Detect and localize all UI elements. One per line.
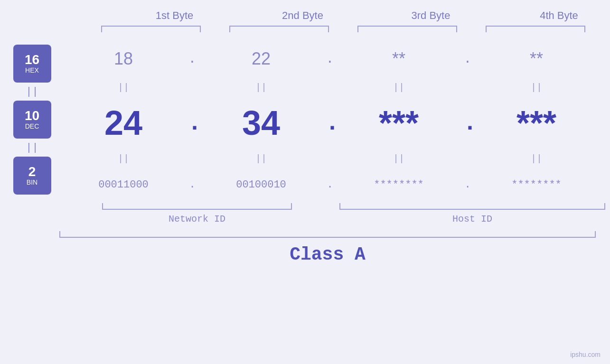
dec-byte3-value: *** (335, 103, 463, 142)
hex-row: 18 . 22 . ** . ** (59, 40, 610, 78)
hex-byte2-cell: 22 (197, 49, 325, 69)
host-bracket: Host ID (335, 203, 610, 224)
footer-text: ipshu.com (570, 351, 601, 358)
byte3-header: 3rd Byte (367, 9, 495, 22)
class-label-row: Class A (59, 244, 596, 265)
eq1-b4: || (472, 82, 601, 93)
hex-dot2: . (325, 52, 335, 66)
eq2-label: || (26, 139, 38, 157)
dec-row: 24 . 34 . *** . *** (59, 97, 610, 149)
dec-base: DEC (25, 122, 39, 130)
outer-bracket-container (59, 231, 596, 238)
bin-byte1-cell: 00011000 (59, 179, 188, 191)
bottom-brackets: Network ID Host ID (59, 203, 610, 224)
eq1-b3: || (335, 82, 463, 93)
hex-num: 16 (25, 53, 39, 66)
hex-byte3-cell: ** (335, 49, 463, 69)
dec-dot3: . (463, 110, 472, 137)
bin-byte4-cell: ******** (472, 179, 601, 191)
content-area: 16 HEX || 10 DEC || 2 BIN 18 . (0, 40, 610, 265)
bracket-top-2 (229, 26, 329, 32)
equals-row1: || || || || (59, 78, 610, 97)
host-bracket-line (339, 203, 605, 210)
footer: ipshu.com (570, 351, 601, 358)
bin-badge: 2 BIN (13, 157, 51, 195)
eq1-label: || (26, 83, 38, 101)
dec-byte4-value: *** (472, 103, 601, 142)
eq2-b2: || (197, 153, 325, 164)
bin-dot3: . (463, 179, 472, 191)
host-id-label: Host ID (452, 214, 492, 224)
main-container: 1st Byte 2nd Byte 3rd Byte 4th Byte 16 H… (0, 0, 610, 364)
bin-byte4-value: ******** (472, 179, 601, 191)
dec-byte4-cell: *** (472, 103, 601, 142)
dec-byte1-cell: 24 (59, 103, 188, 142)
bin-byte2-value: 00100010 (197, 179, 325, 191)
byte2-header: 2nd Byte (239, 9, 367, 22)
bracket-top-3 (357, 26, 457, 32)
class-label: Class A (290, 244, 366, 265)
hex-dot1: . (188, 52, 197, 66)
eq2-b1: || (59, 153, 188, 164)
dec-dot2: . (325, 110, 335, 137)
hex-byte1-cell: 18 (59, 49, 188, 69)
bin-base: BIN (27, 178, 38, 186)
bin-row: 00011000 . 00100010 . ******** . *******… (59, 168, 610, 201)
bracket-top-1 (101, 26, 201, 32)
eq2-b3: || (335, 153, 463, 164)
network-id-label: Network ID (169, 214, 225, 224)
byte-headers: 1st Byte 2nd Byte 3rd Byte 4th Byte (31, 9, 610, 22)
dec-byte2-value: 34 (197, 103, 325, 142)
byte4-header: 4th Byte (495, 9, 610, 22)
top-brackets (87, 26, 585, 32)
network-bracket-line (102, 203, 292, 210)
hex-byte3-value: ** (335, 49, 463, 69)
bin-byte3-cell: ******** (335, 179, 463, 191)
bracket-top-4 (486, 26, 585, 32)
outer-bracket-line (59, 231, 596, 238)
hex-badge: 16 HEX (13, 45, 51, 83)
dec-dot1: . (188, 110, 197, 137)
bin-dot1: . (188, 179, 197, 191)
equals-row2: || || || || (59, 149, 610, 168)
bin-byte3-value: ******** (335, 179, 463, 191)
bin-byte2-cell: 00100010 (197, 179, 325, 191)
hex-byte1-value: 18 (59, 49, 188, 69)
dec-badge: 10 DEC (13, 101, 51, 139)
bin-num: 2 (28, 165, 36, 178)
network-bracket: Network ID (59, 203, 335, 224)
labels-column: 16 HEX || 10 DEC || 2 BIN (0, 40, 59, 195)
bin-dot2: . (325, 179, 335, 191)
hex-base: HEX (25, 66, 39, 74)
eq1-b2: || (197, 82, 325, 93)
dec-byte2-cell: 34 (197, 103, 325, 142)
dec-num: 10 (25, 109, 39, 122)
hex-byte4-cell: ** (472, 49, 601, 69)
hex-byte2-value: 22 (197, 49, 325, 69)
values-area: 18 . 22 . ** . ** || || (59, 40, 610, 265)
eq1-b1: || (59, 82, 188, 93)
dec-byte1-value: 24 (59, 103, 188, 142)
bin-byte1-value: 00011000 (59, 179, 188, 191)
dec-byte3-cell: *** (335, 103, 463, 142)
hex-dot3: . (463, 52, 472, 66)
eq2-b4: || (472, 153, 601, 164)
hex-byte4-value: ** (472, 49, 601, 69)
byte1-header: 1st Byte (111, 9, 239, 22)
